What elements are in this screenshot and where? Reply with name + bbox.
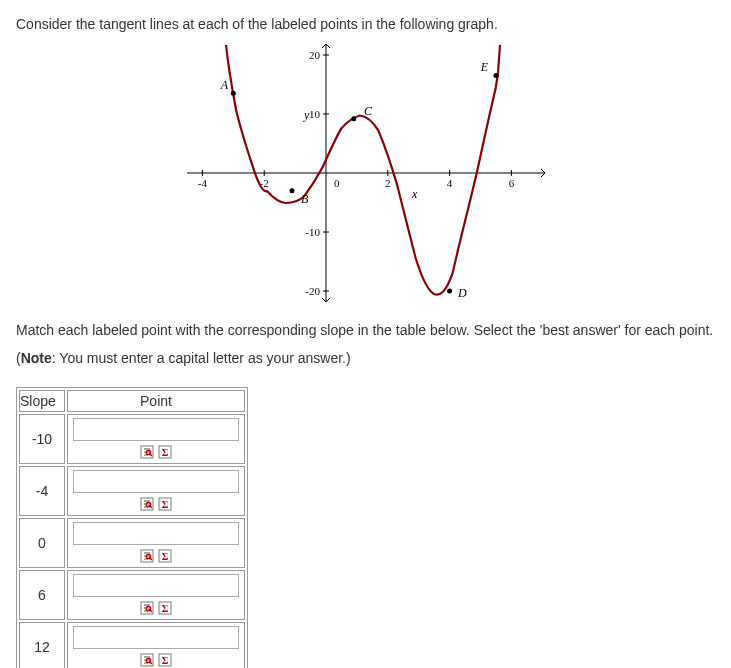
- slope-value: 0: [19, 518, 65, 568]
- preview-icon[interactable]: [139, 496, 155, 512]
- slope-point-table: Slope Point -10 Σ -4 Σ 0 Σ: [16, 387, 248, 668]
- intro-text: Consider the tangent lines at each of th…: [16, 14, 715, 35]
- svg-text:Σ: Σ: [162, 447, 169, 458]
- table-row: 12 Σ: [19, 622, 245, 668]
- match-instruction: Match each labeled point with the corres…: [16, 319, 715, 343]
- svg-text:10: 10: [309, 108, 321, 120]
- svg-text:y: y: [303, 108, 310, 122]
- svg-point-27: [351, 116, 356, 121]
- slope-value: 6: [19, 570, 65, 620]
- help-icon[interactable]: Σ: [157, 600, 173, 616]
- header-point: Point: [67, 390, 245, 412]
- svg-point-23: [230, 91, 235, 96]
- svg-text:20: 20: [309, 49, 321, 61]
- note-rest: : You must enter a capital letter as you…: [52, 350, 351, 366]
- preview-icon[interactable]: [139, 600, 155, 616]
- svg-text:0: 0: [334, 177, 340, 189]
- preview-icon[interactable]: [139, 444, 155, 460]
- note-bold: Note: [21, 350, 52, 366]
- svg-text:2: 2: [385, 177, 391, 189]
- svg-point-25: [289, 188, 294, 193]
- help-icon[interactable]: Σ: [157, 444, 173, 460]
- table-header-row: Slope Point: [19, 390, 245, 412]
- help-icon[interactable]: Σ: [157, 548, 173, 564]
- point-input[interactable]: [73, 470, 239, 493]
- svg-text:C: C: [364, 104, 373, 118]
- table-row: -10 Σ: [19, 414, 245, 464]
- point-input[interactable]: [73, 626, 239, 649]
- header-slope: Slope: [19, 390, 65, 412]
- slope-value: -4: [19, 466, 65, 516]
- svg-text:-10: -10: [305, 226, 320, 238]
- table-row: -4 Σ: [19, 466, 245, 516]
- svg-text:-20: -20: [305, 285, 320, 297]
- preview-icon[interactable]: [139, 652, 155, 668]
- svg-text:Σ: Σ: [162, 603, 169, 614]
- svg-text:-4: -4: [197, 177, 207, 189]
- svg-text:A: A: [219, 78, 228, 92]
- help-icon[interactable]: Σ: [157, 652, 173, 668]
- svg-text:Σ: Σ: [162, 499, 169, 510]
- slope-value: 12: [19, 622, 65, 668]
- svg-text:B: B: [301, 192, 309, 206]
- svg-text:E: E: [479, 60, 488, 74]
- svg-point-31: [493, 73, 498, 78]
- svg-text:D: D: [457, 286, 467, 300]
- svg-text:6: 6: [508, 177, 514, 189]
- slope-value: -10: [19, 414, 65, 464]
- table-row: 0 Σ: [19, 518, 245, 568]
- point-input[interactable]: [73, 418, 239, 441]
- svg-text:x: x: [411, 187, 418, 201]
- tangent-graph: -4 -2 0 2 4 6 20 10 -10 -20 y x A: [186, 43, 546, 303]
- svg-text:Σ: Σ: [162, 551, 169, 562]
- point-input[interactable]: [73, 574, 239, 597]
- svg-text:Σ: Σ: [162, 655, 169, 666]
- preview-icon[interactable]: [139, 548, 155, 564]
- svg-point-29: [447, 289, 452, 294]
- note-text: (Note: You must enter a capital letter a…: [16, 347, 715, 369]
- point-input[interactable]: [73, 522, 239, 545]
- table-row: 6 Σ: [19, 570, 245, 620]
- help-icon[interactable]: Σ: [157, 496, 173, 512]
- svg-text:4: 4: [446, 177, 452, 189]
- graph-container: -4 -2 0 2 4 6 20 10 -10 -20 y x A: [16, 43, 715, 303]
